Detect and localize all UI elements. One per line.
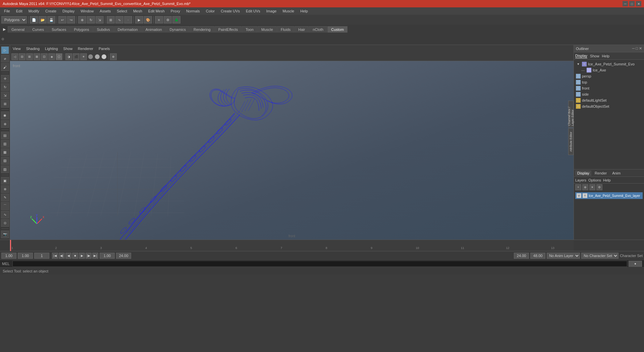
- channel-box-btn[interactable]: ≡: [155, 16, 163, 23]
- layers-btn4[interactable]: ▧: [1, 157, 9, 164]
- anim-layer-select[interactable]: No Anim Layer: [547, 253, 580, 259]
- outliner-tab-help[interactable]: Help: [602, 54, 610, 58]
- range-alt-end[interactable]: [530, 253, 545, 259]
- start-frame-input[interactable]: [1, 253, 16, 259]
- outliner-tab-display[interactable]: Display: [575, 54, 587, 58]
- menu-proxy[interactable]: Proxy: [168, 8, 183, 14]
- menu-create[interactable]: Create: [43, 8, 59, 14]
- shelf-icon-settings[interactable]: ⚙: [1, 37, 4, 41]
- char-set-select[interactable]: No Character Set: [581, 253, 619, 259]
- range-alt-start[interactable]: [514, 253, 529, 259]
- layer-new-btn[interactable]: +: [575, 184, 581, 190]
- layers-btn5[interactable]: ▨: [1, 165, 9, 173]
- shelf-tab-general[interactable]: General: [8, 26, 28, 33]
- attr-editor-btn[interactable]: ⚙: [164, 16, 172, 23]
- layer-visibility-toggle[interactable]: V: [577, 193, 581, 198]
- squash-btn[interactable]: ⊙: [1, 219, 9, 227]
- ipr-btn[interactable]: 🎨: [144, 16, 152, 23]
- sculpt-btn[interactable]: ✎: [1, 194, 9, 201]
- vp-icon-wire[interactable]: ⬡: [56, 53, 62, 60]
- vp-menu-shading[interactable]: Shading: [25, 47, 41, 51]
- layer-settings-btn[interactable]: ⚙: [596, 184, 602, 190]
- shelf-tab-deformation[interactable]: Deformation: [114, 26, 142, 33]
- outliner-close[interactable]: ✕: [639, 46, 642, 51]
- end-frame-input[interactable]: [18, 253, 33, 259]
- menu-help[interactable]: Help: [298, 8, 311, 14]
- menu-window[interactable]: Window: [78, 8, 96, 14]
- snap-grid-btn[interactable]: ⊞: [107, 16, 115, 23]
- shelf-tab-curves[interactable]: Curves: [29, 26, 48, 33]
- scale-btn[interactable]: ⇲: [96, 16, 104, 23]
- vp-menu-show[interactable]: Show: [62, 47, 74, 51]
- menu-display[interactable]: Display: [60, 8, 77, 14]
- outliner-minimize[interactable]: ─: [632, 46, 635, 51]
- shelf-tab-hair[interactable]: Hair: [294, 26, 309, 33]
- range-end-input[interactable]: [116, 253, 131, 259]
- tree-item-scene[interactable]: ▼ S Ice_Axe_Petzl_Summit_Evo: [575, 61, 643, 67]
- vp-icon-snap[interactable]: ⊕: [110, 53, 117, 60]
- shelf-tab-custom[interactable]: Custom: [327, 26, 347, 33]
- minimize-button[interactable]: ─: [623, 1, 628, 6]
- play-back-btn[interactable]: ◀: [65, 253, 71, 259]
- skip-end-btn[interactable]: ▶|: [92, 253, 98, 259]
- stop-btn[interactable]: ■: [72, 253, 78, 259]
- tree-item-persp[interactable]: C persp: [575, 73, 643, 79]
- tree-item-default-object-set[interactable]: O defaultObjectSet: [575, 103, 643, 109]
- render-region-btn[interactable]: ▣: [1, 177, 9, 185]
- command-input[interactable]: [12, 261, 627, 267]
- bend-btn[interactable]: ⌒: [1, 202, 9, 210]
- snap-point-btn[interactable]: ·: [124, 16, 132, 23]
- lasso-btn[interactable]: ⌀: [1, 55, 9, 62]
- play-fwd-btn[interactable]: ▶: [79, 253, 85, 259]
- move-btn[interactable]: ⊕: [78, 16, 86, 23]
- outliner-tab-show[interactable]: Show: [590, 54, 599, 58]
- outliner-btn[interactable]: 🌲: [172, 16, 180, 23]
- vp-icon-1[interactable]: ◁: [11, 53, 18, 60]
- shelf-tab-polygons[interactable]: Polygons: [70, 26, 93, 33]
- layers-btn3[interactable]: ▦: [1, 148, 9, 156]
- shelf-tab-fluids[interactable]: Fluids: [277, 26, 294, 33]
- vp-icon-light[interactable]: ☀: [80, 53, 87, 60]
- outliner-restore[interactable]: □: [636, 46, 638, 51]
- shelf-tab-dynamics[interactable]: Dynamics: [166, 26, 190, 33]
- menu-normals[interactable]: Normals: [183, 8, 203, 14]
- menu-modify[interactable]: Modify: [26, 8, 42, 14]
- tree-item-front[interactable]: C front: [575, 85, 643, 91]
- range-start-input[interactable]: [100, 253, 115, 259]
- shelf-tab-painteffects[interactable]: PaintEffects: [215, 26, 242, 33]
- twist-btn[interactable]: ∿: [1, 211, 9, 218]
- shelf-tab-animation[interactable]: Animation: [142, 26, 166, 33]
- attribute-editor-tab[interactable]: Attribute Editor: [568, 128, 574, 155]
- shelf-tab-ncloth[interactable]: nCloth: [309, 26, 327, 33]
- tree-item-ice-axe[interactable]: — M Ice_Axe: [575, 67, 643, 73]
- maximize-button[interactable]: □: [629, 1, 635, 6]
- layer-subtab-options[interactable]: Options: [588, 178, 601, 182]
- render-btn[interactable]: ▶: [135, 16, 143, 23]
- new-scene-btn[interactable]: 📄: [30, 16, 38, 23]
- shelf-tab-toon[interactable]: Toon: [242, 26, 257, 33]
- menu-edit-mesh[interactable]: Edit Mesh: [146, 8, 167, 14]
- vp-icon-2[interactable]: ⊟: [19, 53, 25, 60]
- rotate-btn[interactable]: ↻: [87, 16, 95, 23]
- vp-icon-4[interactable]: ⊠: [34, 53, 40, 60]
- vp-icon-3[interactable]: ⊞: [26, 53, 33, 60]
- layer-tab-display[interactable]: Display: [575, 170, 591, 176]
- scale-tool-btn[interactable]: ⇲: [1, 92, 9, 99]
- layer-subtab-layers[interactable]: Layers: [575, 178, 586, 182]
- menu-image[interactable]: Image: [264, 8, 279, 14]
- menu-muscle[interactable]: Muscle: [280, 8, 297, 14]
- undo-btn[interactable]: ↩: [58, 16, 66, 23]
- layer-row-item[interactable]: V T Ice_Axe_Petzl_Summit_Evo_layer: [575, 192, 643, 199]
- soft-select-btn[interactable]: ◉: [1, 111, 9, 119]
- menu-color[interactable]: Color: [203, 8, 217, 14]
- channel-box-tab[interactable]: Channel Box / Layer Editor: [568, 101, 574, 128]
- close-button[interactable]: ✕: [636, 1, 641, 6]
- vp-icon-5[interactable]: ⊡: [41, 53, 48, 60]
- vp-menu-panels[interactable]: Panels: [97, 47, 111, 51]
- tree-item-default-light-set[interactable]: L defaultLightSet: [575, 97, 643, 103]
- vp-icon-shaded[interactable]: ◑: [65, 53, 72, 60]
- timeline-track[interactable]: 1 2 3 4 5 6 7 8 9 10 11 12 13: [10, 240, 574, 251]
- menu-file[interactable]: File: [1, 8, 13, 14]
- save-btn[interactable]: 💾: [47, 16, 55, 23]
- step-back-btn[interactable]: ◀|: [59, 253, 65, 259]
